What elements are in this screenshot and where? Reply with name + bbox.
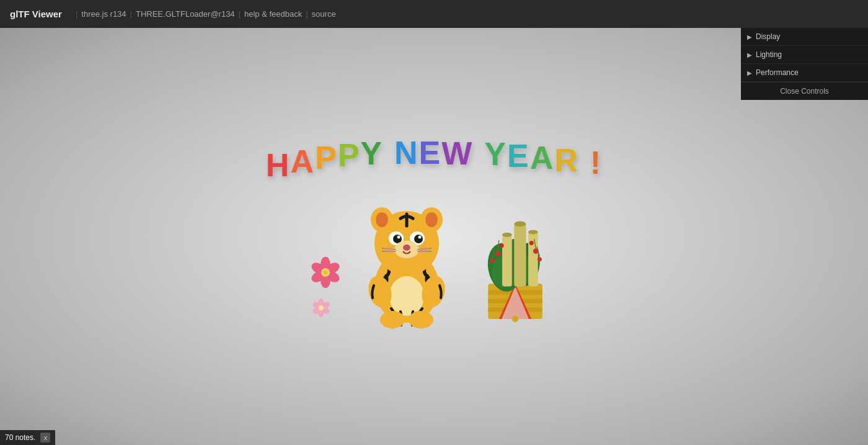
performance-arrow-icon: ▶ bbox=[747, 70, 752, 76]
svg-point-60 bbox=[502, 233, 512, 237]
svg-point-27 bbox=[397, 236, 401, 239]
tiger-character bbox=[354, 187, 459, 330]
svg-point-7 bbox=[324, 271, 328, 275]
svg-rect-58 bbox=[514, 224, 526, 287]
lighting-arrow-icon: ▶ bbox=[747, 52, 752, 58]
svg-point-35 bbox=[384, 246, 394, 253]
svg-point-43 bbox=[396, 321, 402, 327]
svg-point-68 bbox=[538, 257, 542, 261]
svg-point-25 bbox=[393, 235, 402, 243]
svg-point-28 bbox=[418, 236, 422, 239]
threejs-link[interactable]: three.js r134 bbox=[81, 9, 126, 19]
loader-link[interactable]: THREE.GLTFLoader@r134 bbox=[136, 9, 235, 19]
svg-point-30 bbox=[403, 245, 410, 251]
lighting-label: Lighting bbox=[756, 50, 782, 59]
svg-rect-59 bbox=[528, 232, 538, 287]
statusbar: 70 notes. x bbox=[0, 430, 55, 445]
display-control[interactable]: ▶ Display bbox=[741, 28, 868, 46]
svg-point-26 bbox=[414, 235, 423, 243]
controls-panel: ▶ Display ▶ Lighting ▶ Performance Close… bbox=[741, 28, 868, 100]
statusbar-close-button[interactable]: x bbox=[40, 433, 50, 443]
close-controls-button[interactable]: Close Controls bbox=[741, 82, 868, 100]
characters-area bbox=[309, 187, 559, 330]
big-flower-icon bbox=[309, 256, 342, 289]
app-logo: glTF Viewer bbox=[10, 9, 62, 19]
svg-point-67 bbox=[529, 241, 534, 245]
display-label: Display bbox=[756, 32, 780, 41]
svg-point-61 bbox=[514, 221, 526, 227]
svg-point-51 bbox=[512, 316, 519, 323]
svg-point-45 bbox=[418, 323, 424, 329]
notes-label: 70 notes. bbox=[5, 433, 35, 442]
svg-rect-57 bbox=[502, 235, 512, 286]
viewport[interactable]: H A P P Y N E W Y E A R ! bbox=[0, 28, 868, 445]
flowers-decoration bbox=[309, 256, 342, 318]
svg-point-63 bbox=[495, 251, 501, 257]
svg-point-16 bbox=[389, 276, 424, 316]
performance-control[interactable]: ▶ Performance bbox=[741, 64, 868, 82]
svg-point-65 bbox=[490, 259, 495, 263]
display-arrow-icon: ▶ bbox=[747, 34, 752, 40]
small-flower-icon bbox=[311, 298, 331, 318]
svg-point-44 bbox=[412, 321, 418, 327]
lighting-control[interactable]: ▶ Lighting bbox=[741, 46, 868, 64]
svg-point-46 bbox=[424, 321, 430, 327]
kadomatsu-decoration bbox=[472, 200, 559, 324]
close-controls-label: Close Controls bbox=[780, 87, 829, 96]
svg-point-14 bbox=[319, 305, 324, 310]
help-feedback-link[interactable]: help & feedback bbox=[244, 9, 302, 19]
svg-point-62 bbox=[528, 230, 538, 234]
svg-point-19 bbox=[376, 212, 388, 227]
svg-point-41 bbox=[383, 321, 389, 327]
performance-label: Performance bbox=[756, 68, 799, 77]
header: glTF Viewer | three.js r134 | THREE.GLTF… bbox=[0, 0, 868, 28]
svg-point-64 bbox=[500, 243, 504, 248]
svg-point-36 bbox=[419, 246, 429, 253]
happy-new-year-text: H A P P Y N E W Y E A R ! bbox=[266, 143, 602, 175]
source-link[interactable]: source bbox=[312, 9, 336, 19]
scene: H A P P Y N E W Y E A R ! bbox=[260, 97, 608, 376]
svg-point-42 bbox=[389, 323, 396, 329]
svg-point-21 bbox=[425, 212, 438, 227]
